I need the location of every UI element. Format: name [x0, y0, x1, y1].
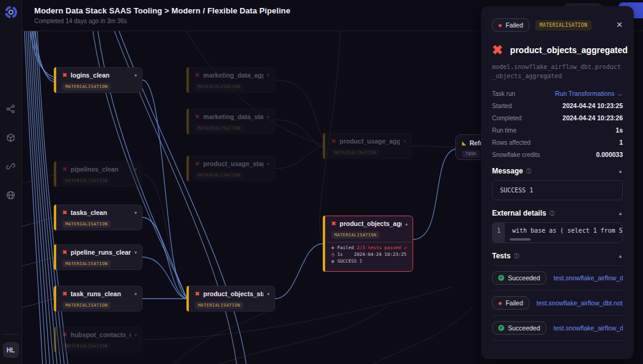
field-label: Rows affected	[492, 139, 531, 146]
chevron-down-icon[interactable]: ▾	[267, 73, 270, 78]
test-status-badge: ◆ Failed	[492, 296, 529, 310]
succeeded-check-icon: ✓	[498, 275, 504, 281]
pipeline-graph-icon[interactable]	[6, 104, 15, 114]
node-label: marketing_data_aggregated	[204, 71, 263, 79]
chevron-down-icon[interactable]: ▾	[267, 161, 270, 167]
message-heading: Message	[492, 167, 523, 175]
graph-node-product-objects-aggregated-selected[interactable]: ✖ product_objects_aggregated ▴ MATERIALI…	[323, 216, 413, 272]
page-title: Modern Data Stack SAAS Tooling > Modern …	[34, 6, 290, 15]
node-status: Failed	[337, 245, 354, 250]
node-status-stripe	[54, 244, 56, 270]
dbt-icon: ✖	[195, 72, 200, 78]
chevron-down-icon[interactable]: ▾	[134, 167, 137, 172]
materialisation-badge: MATERIALISATION	[535, 20, 592, 31]
task-run-link[interactable]: Run Transformations →	[555, 90, 623, 97]
node-status-stripe	[54, 327, 56, 352]
node-label: task_runs_clean	[71, 290, 131, 297]
node-label: hubspot_contacts_clean	[71, 331, 131, 338]
test-status-label: Succeeded	[508, 324, 540, 332]
graph-node-product-objects-staging[interactable]: ✖ product_objects_staging ▾ MATERIALISAT…	[186, 286, 275, 311]
divider	[492, 340, 623, 341]
dbt-icon: ✖	[62, 332, 67, 338]
node-label: product_usage_aggregated	[340, 137, 400, 145]
field-label: Completed	[492, 115, 521, 122]
graph-node-product-usage-staging[interactable]: ✖ product_usage_staging ▾ MATERIALISATIO…	[186, 156, 275, 181]
failed-diamond-icon: ◆	[498, 23, 502, 28]
test-link[interactable]: test.snowflake_airflow_dbt.not_null_pr	[554, 324, 623, 332]
failed-diamond-icon: ◆	[331, 245, 334, 250]
node-type-badge: MATERIALISATION	[62, 220, 111, 228]
node-label: marketing_data_staging	[204, 113, 263, 120]
test-status-label: Succeeded	[508, 274, 540, 282]
field-value: 0.000033	[596, 151, 623, 158]
integrations-link-icon[interactable]	[6, 162, 15, 171]
status-badge: ◆ Failed	[492, 18, 529, 32]
close-icon[interactable]: ✕	[616, 20, 623, 29]
field-value: 1	[619, 139, 623, 146]
dbt-icon: ✖	[62, 72, 67, 78]
clock-icon: ◷	[331, 252, 334, 257]
graph-node-task-runs-clean[interactable]: ✖ task_runs_clean ▾ MATERIALISATION	[54, 286, 142, 311]
globe-icon[interactable]	[6, 191, 15, 200]
node-label: pipelines_clean	[71, 166, 131, 173]
node-type-badge: MATERIALISATION	[62, 177, 111, 184]
message-box: SUCCESS 1	[492, 180, 623, 200]
node-label: pipeline_runs_clean	[71, 249, 131, 256]
node-status-stripe	[186, 109, 189, 134]
info-icon: ⓘ	[549, 209, 555, 217]
dbt-icon: ✖	[62, 291, 67, 297]
graph-node-marketing-data-aggregated[interactable]: ✖ marketing_data_aggregated ▾ MATERIALIS…	[186, 67, 275, 93]
user-avatar[interactable]: HL	[3, 342, 19, 358]
chevron-down-icon[interactable]: ▾	[134, 210, 137, 216]
failed-diamond-icon: ◆	[498, 300, 502, 306]
test-link[interactable]: test.snowflake_airflow_dbt.unique_pro	[554, 274, 623, 282]
collapse-icon[interactable]: ▲	[618, 169, 623, 174]
field-row: Run time 1s	[492, 126, 623, 134]
chevron-up-icon[interactable]: ▴	[405, 221, 408, 227]
node-type-badge: TASK	[462, 150, 480, 158]
field-row: Completed 2024-04-24 10:23:26	[492, 114, 623, 122]
assets-cube-icon[interactable]	[6, 133, 15, 142]
chevron-down-icon[interactable]: ▾	[403, 139, 406, 144]
chevron-down-icon[interactable]: ▾	[267, 291, 270, 297]
external-details-heading: External details	[492, 209, 546, 217]
collapse-icon[interactable]: ▲	[618, 253, 623, 259]
graph-node-tasks-clean[interactable]: ✖ tasks_clean ▾ MATERIALISATION	[54, 205, 142, 230]
field-row: Started 2024-04-24 10:23:25	[492, 102, 623, 109]
tests-heading: Tests	[492, 252, 510, 260]
dbt-icon: ✖	[62, 249, 67, 255]
sql-code-box[interactable]: 1 with base as ( select 1 from SNOWFLAKE	[492, 222, 623, 243]
graph-node-hubspot-contacts-clean[interactable]: ✖ hubspot_contacts_clean ▾ MATERIALISATI…	[54, 327, 142, 352]
field-value: 2024-04-24 10:23:26	[562, 114, 623, 122]
tests-summary-link[interactable]: 2/3 tests passed ↗	[357, 245, 406, 250]
node-message: SUCCESS 1	[337, 258, 362, 264]
node-type-badge: MATERIALISATION	[62, 260, 111, 268]
task-icon: ◣	[462, 140, 466, 146]
chevron-down-icon[interactable]: ▾	[134, 332, 137, 338]
chevron-down-icon[interactable]: ▾	[134, 250, 137, 255]
node-status-stripe	[54, 67, 56, 93]
sidebar-divider	[4, 334, 18, 335]
node-status-stripe	[186, 67, 189, 93]
field-row: Task run Run Transformations →	[492, 90, 623, 97]
app-logo-icon[interactable]	[4, 5, 18, 19]
chevron-down-icon[interactable]: ▾	[134, 291, 137, 297]
field-value: 1s	[615, 126, 623, 134]
graph-node-product-usage-aggregated[interactable]: ✖ product_usage_aggregated ▾ MATERIALISA…	[323, 133, 411, 159]
graph-node-pipeline-runs-clean[interactable]: ✖ pipeline_runs_clean ▾ MATERIALISATION	[54, 244, 142, 270]
collapse-icon[interactable]: ▲	[618, 211, 623, 216]
graph-node-marketing-data-staging[interactable]: ✖ marketing_data_staging ▾ MATERIALISATI…	[186, 109, 275, 134]
status-circle-icon: ◉	[331, 258, 334, 264]
chevron-down-icon[interactable]: ▾	[267, 114, 270, 120]
horizontal-scrollbar[interactable]	[510, 238, 531, 241]
chevron-down-icon[interactable]: ▾	[134, 73, 137, 78]
dbt-icon: ✖	[62, 209, 67, 216]
node-type-badge: MATERIALISATION	[62, 302, 111, 309]
sidebar: HL	[0, 0, 22, 364]
graph-node-logins-clean[interactable]: ✖ logins_clean ▾ MATERIALISATION	[54, 67, 142, 93]
graph-node-pipelines-clean[interactable]: ✖ pipelines_clean ▾ MATERIALISATION	[54, 161, 142, 187]
test-link[interactable]: test.snowflake_airflow_dbt.not_null_pr	[537, 299, 623, 307]
run-status-subtitle: Completed 14 days ago in 3m 36s	[34, 18, 127, 24]
field-row: Rows affected 1	[492, 139, 623, 146]
node-type-badge: MATERIALISATION	[331, 149, 380, 156]
